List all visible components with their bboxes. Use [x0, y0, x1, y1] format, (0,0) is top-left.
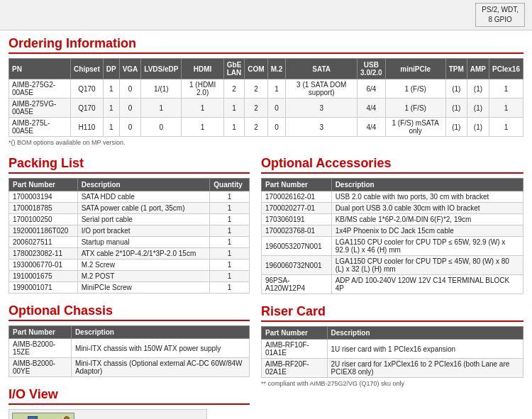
list-item: 1700026162-01USB 2.0 cable with two port… [262, 191, 523, 203]
list-item: 1960060732N001LGA1150 CPU cooler for CPU… [262, 256, 523, 275]
list-item: AIMB-RF10F-01A1E1U riser card with 1 PCI… [262, 340, 523, 359]
riser-card-section: Riser Card Part Number Description AIMB-… [261, 304, 523, 387]
riser-card-table: Part Number Description AIMB-RF10F-01A1E… [261, 326, 523, 378]
col-minipcie: miniPCIe [385, 59, 445, 79]
top-bar: PS/2, WDT, 8 GPIO [0, 0, 532, 30]
packing-col-qty: Quantity [210, 179, 250, 191]
list-item: 2006027511Startup manual1 [9, 237, 250, 248]
list-item: 1703060191KB/MS cable 1*6P-2.0/M-DIN 6(F… [262, 214, 523, 225]
col-amp: AMP [467, 59, 489, 79]
riser-col-desc: Description [327, 327, 523, 340]
list-item: 1930006770-01M.2 Screw1 [9, 259, 250, 271]
packing-list-table: Part Number Description Quantity 1700003… [9, 178, 250, 294]
col-tpm: TPM [445, 59, 467, 79]
list-item: AIMB-RF20F-02A1E2U riser card for 1xPCIe… [262, 359, 523, 378]
optional-accessories-section: Optional Accessories Part Number Descrip… [261, 156, 523, 294]
list-item: AIMB-B2000-15ZEMini-ITX chassis with 150… [9, 339, 250, 358]
packing-list-title: Packing List [9, 156, 250, 174]
chassis-col-partno: Part Number [9, 326, 72, 339]
accessories-table: Part Number Description 1700026162-01USB… [261, 178, 523, 294]
io-view-title: I/O View [9, 387, 250, 405]
list-item: 1700003194SATA HDD cable1 [9, 191, 250, 203]
col-gbe: GbELAN [223, 59, 245, 79]
optional-chassis-table: Part Number Description AIMB-B2000-15ZEM… [9, 325, 250, 377]
col-hdmi: HDMI [182, 59, 223, 79]
ps2-box: PS/2, WDT, 8 GPIO [475, 3, 525, 27]
ordering-title: Ordering Information [9, 36, 523, 54]
list-item: 1910001675M.2 POST1 [9, 271, 250, 282]
packing-col-partno: Part Number [9, 179, 78, 191]
riser-col-partno: Part Number [262, 327, 328, 340]
list-item: 1990001071MiniPCIe Screw1 [9, 282, 250, 294]
packing-col-desc: Description [77, 179, 210, 191]
table-row: AIMB-275L-00A5EH110100112034/41 (F/S) mS… [9, 118, 523, 137]
list-item: 1920001186T020I/O port bracket1 [9, 225, 250, 237]
list-item: 1700023768-011x4P Phoenix to DC Jack 15c… [262, 225, 523, 237]
chassis-col-desc: Description [71, 326, 249, 339]
acc-col-partno: Part Number [262, 179, 332, 191]
col-com: COM [245, 59, 267, 79]
optional-accessories-title: Optional Accessories [261, 156, 523, 174]
col-usb: USB3.0/2.0 [358, 59, 386, 79]
ordering-table: PN Chipset DP VGA LVDS/eDP HDMI GbELAN C… [9, 58, 523, 137]
col-m2: M.2 [267, 59, 286, 79]
list-item: 1960053207N001LGA1150 CPU cooler for CPU… [262, 237, 523, 256]
col-pciex16: PCIex16 [489, 59, 523, 79]
riser-note: ** compliant with AIMB-275G2/VG (Q170) s… [261, 380, 523, 387]
col-sata: SATA [286, 59, 358, 79]
col-dp: DP [103, 59, 119, 79]
io-view-section: I/O View [9, 387, 250, 419]
optional-chassis-title: Optional Chassis [9, 303, 250, 321]
list-item: 1700018785SATA power cable (1 port, 35cm… [9, 203, 250, 214]
ordering-section: Ordering Information PN Chipset DP VGA L… [9, 36, 523, 146]
col-chipset: Chipset [71, 59, 104, 79]
ordering-note: *() BOM options available on MP version. [9, 139, 523, 146]
list-item: AIMB-B2000-00YEMini-ITX chassis (Optiona… [9, 358, 250, 377]
optional-chassis-section: Optional Chassis Part Number Description… [9, 303, 250, 377]
table-row: AIMB-275G2-00A5EQ170101/(1)1 (HDMI 2.0)2… [9, 79, 523, 99]
col-lvds: LVDS/eDP [141, 59, 182, 79]
list-item: 1700100250Serial port cable1 [9, 214, 250, 225]
table-row: AIMB-275VG-00A5EQ170101112034/41 (F/S)(1… [9, 99, 523, 118]
list-item: 96PSA-A120W12P4ADP A/D 100-240V 120W 12V… [262, 275, 523, 294]
list-item: 1700020277-01Dual port USB 3.0 cable 30c… [262, 203, 523, 214]
col-pn: PN [9, 59, 71, 79]
list-item: 1780023082-11ATX cable 2*10P-4.2/1*3P-2.… [9, 248, 250, 259]
packing-list-section: Packing List Part Number Description Qua… [9, 156, 250, 294]
col-vga: VGA [119, 59, 141, 79]
riser-card-title: Riser Card [261, 304, 523, 322]
acc-col-desc: Description [331, 179, 523, 191]
